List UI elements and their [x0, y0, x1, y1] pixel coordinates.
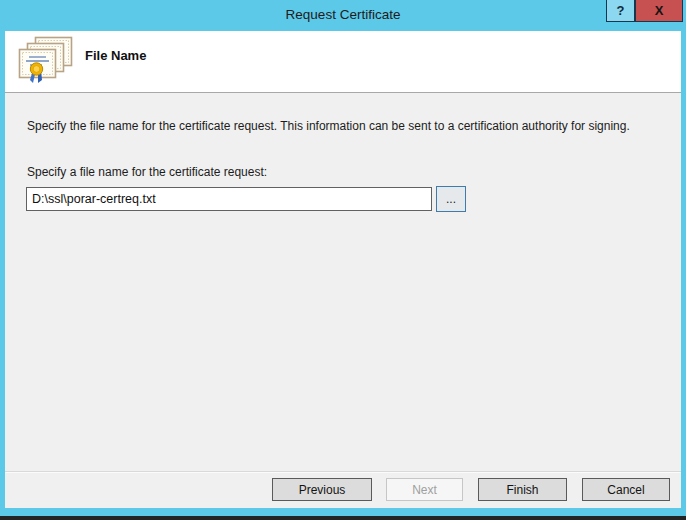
help-icon: ?: [617, 3, 625, 18]
file-name-input[interactable]: [26, 187, 432, 211]
screen-bottom-edge: [0, 516, 686, 520]
next-button[interactable]: Next: [386, 478, 463, 501]
titlebar[interactable]: Request Certificate ? X: [0, 0, 686, 31]
previous-button[interactable]: Previous: [272, 478, 372, 501]
wizard-header: File Name: [5, 31, 681, 93]
close-button[interactable]: X: [635, 0, 683, 22]
page-description: Specify the file name for the certificat…: [27, 118, 639, 134]
finish-button[interactable]: Finish: [478, 478, 567, 501]
wizard-footer: Previous Next Finish Cancel: [5, 471, 681, 508]
file-name-label: Specify a file name for the certificate …: [27, 165, 267, 179]
page-title: File Name: [85, 48, 146, 63]
window-title: Request Certificate: [0, 0, 686, 31]
close-icon: X: [655, 3, 664, 18]
browse-button[interactable]: ...: [436, 186, 466, 212]
certificates-icon: [18, 36, 74, 86]
help-button[interactable]: ?: [606, 0, 635, 22]
cancel-button[interactable]: Cancel: [582, 478, 670, 501]
request-certificate-dialog: Request Certificate ? X: [0, 0, 686, 520]
dialog-client-area: File Name Specify the file name for the …: [5, 31, 681, 508]
